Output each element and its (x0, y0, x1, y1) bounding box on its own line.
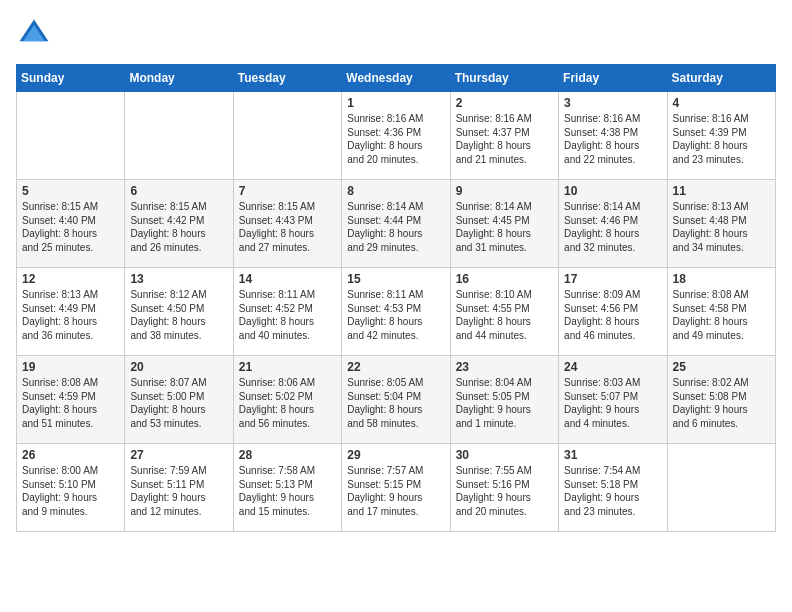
day-info: Sunrise: 8:14 AM Sunset: 4:45 PM Dayligh… (456, 200, 553, 254)
day-info: Sunrise: 8:14 AM Sunset: 4:44 PM Dayligh… (347, 200, 444, 254)
calendar-cell: 30Sunrise: 7:55 AM Sunset: 5:16 PM Dayli… (450, 444, 558, 532)
day-info: Sunrise: 8:09 AM Sunset: 4:56 PM Dayligh… (564, 288, 661, 342)
day-number: 31 (564, 448, 661, 462)
calendar-cell: 4Sunrise: 8:16 AM Sunset: 4:39 PM Daylig… (667, 92, 775, 180)
day-number: 24 (564, 360, 661, 374)
day-info: Sunrise: 8:12 AM Sunset: 4:50 PM Dayligh… (130, 288, 227, 342)
day-info: Sunrise: 8:11 AM Sunset: 4:53 PM Dayligh… (347, 288, 444, 342)
day-info: Sunrise: 8:14 AM Sunset: 4:46 PM Dayligh… (564, 200, 661, 254)
page-header (16, 16, 776, 52)
day-number: 27 (130, 448, 227, 462)
calendar-cell: 17Sunrise: 8:09 AM Sunset: 4:56 PM Dayli… (559, 268, 667, 356)
day-number: 14 (239, 272, 336, 286)
day-number: 10 (564, 184, 661, 198)
week-row-5: 26Sunrise: 8:00 AM Sunset: 5:10 PM Dayli… (17, 444, 776, 532)
calendar-cell: 7Sunrise: 8:15 AM Sunset: 4:43 PM Daylig… (233, 180, 341, 268)
calendar-cell: 25Sunrise: 8:02 AM Sunset: 5:08 PM Dayli… (667, 356, 775, 444)
day-number: 11 (673, 184, 770, 198)
day-info: Sunrise: 7:57 AM Sunset: 5:15 PM Dayligh… (347, 464, 444, 518)
calendar-header: SundayMondayTuesdayWednesdayThursdayFrid… (17, 65, 776, 92)
calendar-cell: 10Sunrise: 8:14 AM Sunset: 4:46 PM Dayli… (559, 180, 667, 268)
day-number: 6 (130, 184, 227, 198)
calendar-cell: 1Sunrise: 8:16 AM Sunset: 4:36 PM Daylig… (342, 92, 450, 180)
weekday-header-monday: Monday (125, 65, 233, 92)
day-number: 17 (564, 272, 661, 286)
day-number: 18 (673, 272, 770, 286)
weekday-row: SundayMondayTuesdayWednesdayThursdayFrid… (17, 65, 776, 92)
calendar-cell (125, 92, 233, 180)
day-info: Sunrise: 7:59 AM Sunset: 5:11 PM Dayligh… (130, 464, 227, 518)
day-number: 5 (22, 184, 119, 198)
calendar-cell: 11Sunrise: 8:13 AM Sunset: 4:48 PM Dayli… (667, 180, 775, 268)
week-row-2: 5Sunrise: 8:15 AM Sunset: 4:40 PM Daylig… (17, 180, 776, 268)
calendar-cell: 24Sunrise: 8:03 AM Sunset: 5:07 PM Dayli… (559, 356, 667, 444)
calendar-cell: 16Sunrise: 8:10 AM Sunset: 4:55 PM Dayli… (450, 268, 558, 356)
calendar-cell: 22Sunrise: 8:05 AM Sunset: 5:04 PM Dayli… (342, 356, 450, 444)
day-number: 15 (347, 272, 444, 286)
calendar-cell (17, 92, 125, 180)
day-number: 16 (456, 272, 553, 286)
day-number: 29 (347, 448, 444, 462)
weekday-header-friday: Friday (559, 65, 667, 92)
day-number: 13 (130, 272, 227, 286)
day-info: Sunrise: 8:07 AM Sunset: 5:00 PM Dayligh… (130, 376, 227, 430)
logo (16, 16, 56, 52)
calendar-cell: 31Sunrise: 7:54 AM Sunset: 5:18 PM Dayli… (559, 444, 667, 532)
day-info: Sunrise: 8:11 AM Sunset: 4:52 PM Dayligh… (239, 288, 336, 342)
calendar-cell: 5Sunrise: 8:15 AM Sunset: 4:40 PM Daylig… (17, 180, 125, 268)
day-number: 4 (673, 96, 770, 110)
logo-icon (16, 16, 52, 52)
day-number: 9 (456, 184, 553, 198)
day-number: 28 (239, 448, 336, 462)
calendar-cell (667, 444, 775, 532)
day-info: Sunrise: 8:15 AM Sunset: 4:40 PM Dayligh… (22, 200, 119, 254)
calendar-cell: 9Sunrise: 8:14 AM Sunset: 4:45 PM Daylig… (450, 180, 558, 268)
day-info: Sunrise: 8:13 AM Sunset: 4:49 PM Dayligh… (22, 288, 119, 342)
day-info: Sunrise: 8:15 AM Sunset: 4:43 PM Dayligh… (239, 200, 336, 254)
day-number: 23 (456, 360, 553, 374)
weekday-header-saturday: Saturday (667, 65, 775, 92)
day-number: 26 (22, 448, 119, 462)
day-info: Sunrise: 8:05 AM Sunset: 5:04 PM Dayligh… (347, 376, 444, 430)
day-number: 25 (673, 360, 770, 374)
calendar-cell (233, 92, 341, 180)
calendar-cell: 26Sunrise: 8:00 AM Sunset: 5:10 PM Dayli… (17, 444, 125, 532)
day-info: Sunrise: 8:06 AM Sunset: 5:02 PM Dayligh… (239, 376, 336, 430)
day-info: Sunrise: 7:58 AM Sunset: 5:13 PM Dayligh… (239, 464, 336, 518)
day-number: 1 (347, 96, 444, 110)
day-info: Sunrise: 8:03 AM Sunset: 5:07 PM Dayligh… (564, 376, 661, 430)
calendar-cell: 14Sunrise: 8:11 AM Sunset: 4:52 PM Dayli… (233, 268, 341, 356)
day-number: 21 (239, 360, 336, 374)
weekday-header-thursday: Thursday (450, 65, 558, 92)
calendar-table: SundayMondayTuesdayWednesdayThursdayFrid… (16, 64, 776, 532)
calendar-cell: 28Sunrise: 7:58 AM Sunset: 5:13 PM Dayli… (233, 444, 341, 532)
calendar-cell: 19Sunrise: 8:08 AM Sunset: 4:59 PM Dayli… (17, 356, 125, 444)
day-info: Sunrise: 8:16 AM Sunset: 4:39 PM Dayligh… (673, 112, 770, 166)
day-number: 8 (347, 184, 444, 198)
day-info: Sunrise: 8:08 AM Sunset: 4:58 PM Dayligh… (673, 288, 770, 342)
calendar-cell: 13Sunrise: 8:12 AM Sunset: 4:50 PM Dayli… (125, 268, 233, 356)
calendar-cell: 27Sunrise: 7:59 AM Sunset: 5:11 PM Dayli… (125, 444, 233, 532)
day-info: Sunrise: 8:15 AM Sunset: 4:42 PM Dayligh… (130, 200, 227, 254)
calendar-cell: 18Sunrise: 8:08 AM Sunset: 4:58 PM Dayli… (667, 268, 775, 356)
day-info: Sunrise: 8:13 AM Sunset: 4:48 PM Dayligh… (673, 200, 770, 254)
day-info: Sunrise: 7:55 AM Sunset: 5:16 PM Dayligh… (456, 464, 553, 518)
day-info: Sunrise: 8:16 AM Sunset: 4:37 PM Dayligh… (456, 112, 553, 166)
day-number: 19 (22, 360, 119, 374)
calendar-cell: 8Sunrise: 8:14 AM Sunset: 4:44 PM Daylig… (342, 180, 450, 268)
week-row-3: 12Sunrise: 8:13 AM Sunset: 4:49 PM Dayli… (17, 268, 776, 356)
day-info: Sunrise: 8:04 AM Sunset: 5:05 PM Dayligh… (456, 376, 553, 430)
day-info: Sunrise: 8:02 AM Sunset: 5:08 PM Dayligh… (673, 376, 770, 430)
day-info: Sunrise: 8:08 AM Sunset: 4:59 PM Dayligh… (22, 376, 119, 430)
day-number: 12 (22, 272, 119, 286)
day-number: 20 (130, 360, 227, 374)
calendar-cell: 15Sunrise: 8:11 AM Sunset: 4:53 PM Dayli… (342, 268, 450, 356)
calendar-cell: 2Sunrise: 8:16 AM Sunset: 4:37 PM Daylig… (450, 92, 558, 180)
weekday-header-sunday: Sunday (17, 65, 125, 92)
calendar-cell: 29Sunrise: 7:57 AM Sunset: 5:15 PM Dayli… (342, 444, 450, 532)
calendar-cell: 6Sunrise: 8:15 AM Sunset: 4:42 PM Daylig… (125, 180, 233, 268)
day-info: Sunrise: 8:00 AM Sunset: 5:10 PM Dayligh… (22, 464, 119, 518)
day-number: 22 (347, 360, 444, 374)
day-info: Sunrise: 8:10 AM Sunset: 4:55 PM Dayligh… (456, 288, 553, 342)
calendar-body: 1Sunrise: 8:16 AM Sunset: 4:36 PM Daylig… (17, 92, 776, 532)
